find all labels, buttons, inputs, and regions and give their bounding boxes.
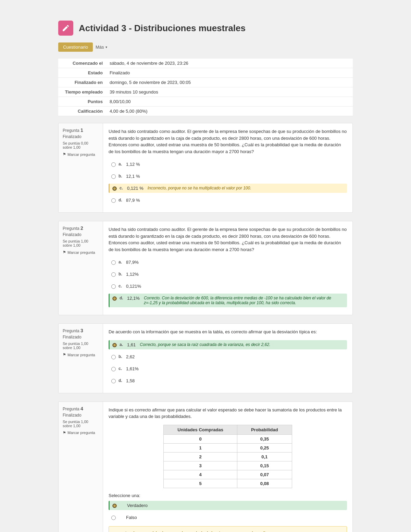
option-label: a. [120, 342, 124, 347]
info-value: domingo, 5 de noviembre de 2023, 00:05 [106, 78, 353, 87]
table-cell: 0,25 [237, 443, 292, 452]
feedback-inline: Correcto. Con la desviación de 600, la d… [144, 296, 344, 305]
flag-icon: ⚑ [63, 250, 66, 255]
option-radio[interactable] [112, 343, 117, 347]
option-label: c. [119, 366, 123, 371]
table-cell: 2 [164, 452, 237, 461]
activity-header: Actividad 3 - Distribuciones muestrales [58, 21, 353, 36]
option-label: b. [119, 272, 123, 276]
option-radio[interactable] [111, 198, 116, 203]
option-radio[interactable] [111, 260, 116, 265]
option-text: 12,1% [127, 296, 140, 301]
info-row: Calificación 4,00 de 5,00 (80%) [58, 107, 353, 116]
option-row: a. 1,61 Correcto, porque se saca la raíz… [109, 340, 347, 349]
table-cell: 5 [164, 479, 237, 488]
page-title: Actividad 3 - Distribuciones muestrales [79, 23, 246, 34]
flag-icon: ⚑ [63, 152, 66, 157]
info-row: Puntos 8,00/10,00 [58, 97, 353, 107]
question-number: Pregunta 3 [63, 328, 99, 333]
option-radio[interactable] [112, 504, 117, 508]
flag-icon: ⚑ [63, 352, 66, 357]
option-text: 0,121% [126, 284, 141, 289]
option-label: a. [119, 260, 123, 264]
option-label: d. [119, 378, 123, 383]
cuestionario-button[interactable]: Cuestionario [58, 42, 93, 52]
question-score: Se puntúa 0,00sobre 1,00 [63, 141, 99, 149]
option-row: Falso [109, 513, 347, 522]
table-cell: 0,08 [237, 479, 292, 488]
table-cell: 1 [164, 443, 237, 452]
table-row: 50,08 [164, 479, 292, 488]
option-label: c. [119, 284, 123, 288]
option-radio[interactable] [112, 296, 117, 301]
question-body-3: De acuerdo con la información que se mue… [103, 324, 352, 393]
table-cell: 3 [164, 461, 237, 470]
question-status: Finalizado [63, 413, 99, 418]
question-score: Se puntúa 1,00sobre 1,00 [63, 342, 99, 350]
option-text: 12,1 % [126, 174, 140, 179]
option-radio[interactable] [111, 272, 116, 277]
table-row: 00,35 [164, 434, 292, 443]
option-label: d. [120, 296, 124, 300]
table-cell: 0,1 [237, 452, 292, 461]
info-label: Calificación [58, 107, 106, 116]
info-label: Tiempo empleado [58, 87, 106, 97]
info-label: Comenzado el [58, 59, 106, 68]
feedback-box: correcto, el proceso del valor esperado … [109, 526, 347, 532]
option-row: d. 1,58 [109, 376, 347, 385]
select-una-label: Seleccione una: [109, 493, 347, 498]
table-cell: 0 [164, 434, 237, 443]
option-radio[interactable] [111, 516, 116, 520]
question-body-2: Usted ha sido contratado como auditor. E… [103, 221, 352, 315]
info-label: Puntos [58, 97, 106, 107]
option-radio[interactable] [111, 174, 116, 179]
option-radio[interactable] [112, 186, 117, 191]
info-row: Finalizado en domingo, 5 de noviembre de… [58, 78, 353, 87]
option-radio[interactable] [111, 355, 116, 359]
option-text: Falso [126, 515, 137, 520]
mark-question-btn[interactable]: ⚑ Marcar pregunta [63, 431, 99, 435]
question-text: Usted ha sido contratado como auditor. E… [109, 128, 347, 155]
mark-question-btn[interactable]: ⚑ Marcar pregunta [63, 250, 99, 255]
question-sidebar-1: Pregunta 1 Finalizado Se puntúa 0,00sobr… [59, 123, 103, 212]
table-row: 10,25 [164, 443, 292, 452]
info-value: sábado, 4 de noviembre de 2023, 23:26 [106, 59, 353, 68]
feedback-inline: Incorrecto, porque no se ha multiplicado… [148, 186, 251, 190]
option-row: Verdadero [109, 501, 347, 510]
option-text: 1,58 [126, 378, 135, 383]
page-wrapper: Actividad 3 - Distribuciones muestrales … [51, 14, 360, 532]
option-text: 87,9 % [126, 198, 140, 203]
option-text: 2,62 [126, 354, 135, 359]
question-score: Se puntúa 1,00sobre 1,00 [63, 239, 99, 247]
question-number: Pregunta 2 [63, 225, 99, 231]
activity-icon [58, 21, 73, 36]
option-text: 1,61 [127, 342, 136, 347]
info-row: Estado Finalizado [58, 68, 353, 78]
nav-bar: Cuestionario Más ▾ [58, 42, 353, 52]
question-number: Pregunta 1 [63, 127, 99, 133]
option-text: 1,12 % [126, 162, 140, 167]
option-label: c. [120, 186, 124, 190]
option-row: c. 0,121 % Incorrecto, porque no se ha m… [109, 184, 347, 193]
option-row: d. 12,1% Correcto. Con la desviación de … [109, 294, 347, 307]
question-number: Pregunta 4 [63, 406, 99, 411]
option-radio[interactable] [111, 379, 116, 383]
mark-question-btn[interactable]: ⚑ Marcar pregunta [63, 352, 99, 357]
option-radio[interactable] [111, 162, 116, 167]
option-text: 1,61% [126, 366, 139, 371]
mark-question-btn[interactable]: ⚑ Marcar pregunta [63, 152, 99, 157]
option-radio[interactable] [111, 367, 116, 371]
question-body-1: Usted ha sido contratado como auditor. E… [103, 123, 352, 212]
table-header: Unidades Compradas [164, 425, 237, 434]
option-text: 0,121 % [127, 186, 144, 191]
option-radio[interactable] [111, 284, 116, 289]
table-cell: 4 [164, 470, 237, 479]
option-row: b. 1,12% [109, 270, 347, 279]
info-row: Tiempo empleado 39 minutos 10 segundos [58, 87, 353, 97]
question-sidebar-3: Pregunta 3 Finalizado Se puntúa 1,00sobr… [59, 324, 103, 393]
question-text: Usted ha sido contratado como auditor. E… [109, 226, 347, 253]
flag-icon: ⚑ [63, 431, 66, 435]
option-label: b. [119, 174, 123, 178]
table-row: 30,15 [164, 461, 292, 470]
mas-button[interactable]: Más ▾ [96, 45, 107, 50]
